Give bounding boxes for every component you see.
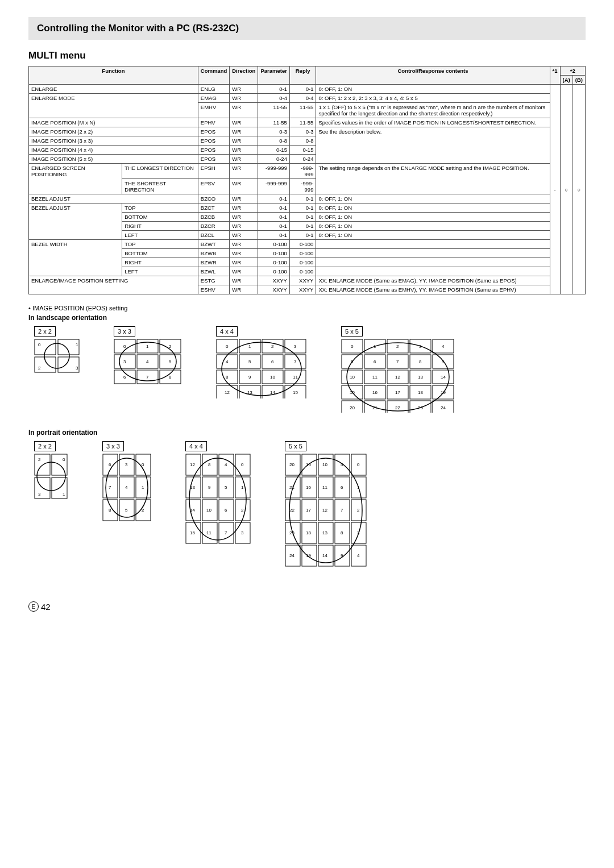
svg-text:19: 19 bbox=[306, 553, 311, 558]
svg-text:2: 2 bbox=[396, 344, 399, 349]
svg-text:0: 0 bbox=[226, 344, 229, 349]
svg-text:11: 11 bbox=[322, 485, 327, 490]
svg-text:10: 10 bbox=[270, 375, 275, 380]
svg-text:14: 14 bbox=[441, 375, 446, 380]
diag-label-4x4-p: 4 x 4 bbox=[185, 441, 207, 451]
svg-text:2: 2 bbox=[38, 366, 41, 371]
svg-text:18: 18 bbox=[418, 390, 423, 395]
svg-text:13: 13 bbox=[190, 485, 195, 490]
svg-text:1: 1 bbox=[374, 344, 376, 349]
svg-text:15: 15 bbox=[293, 390, 298, 395]
svg-text:24: 24 bbox=[441, 405, 446, 410]
svg-text:10: 10 bbox=[322, 462, 327, 467]
svg-text:20: 20 bbox=[350, 405, 355, 410]
svg-text:12: 12 bbox=[322, 508, 327, 513]
svg-text:3: 3 bbox=[241, 530, 244, 535]
svg-text:8: 8 bbox=[341, 530, 343, 535]
table-row: BEZEL ADJUSTTOPBZCTWR0-10-10: OFF, 1: ON bbox=[29, 203, 586, 213]
svg-text:6: 6 bbox=[109, 462, 111, 467]
portrait-heading: In portrait orientation bbox=[28, 429, 586, 437]
svg-text:1: 1 bbox=[76, 342, 78, 347]
diagram-4x4-portrait: 12840 13951 141062 151173 bbox=[185, 454, 251, 545]
page-lang-icon: E bbox=[28, 601, 39, 612]
th-b: (B) bbox=[572, 76, 585, 85]
th-a: (A) bbox=[560, 76, 572, 85]
svg-text:6: 6 bbox=[271, 359, 274, 364]
svg-text:7: 7 bbox=[109, 485, 111, 490]
svg-text:1: 1 bbox=[142, 485, 144, 490]
svg-text:8: 8 bbox=[169, 375, 172, 380]
diagram-2x2-portrait: 20 31 bbox=[34, 454, 68, 499]
diagram-3x3-landscape: 012 345 678 bbox=[114, 339, 182, 384]
svg-text:14: 14 bbox=[270, 390, 275, 395]
th-command: Command bbox=[198, 67, 229, 85]
landscape-diagrams: 2 x 2 01 23 3 x 3 012 345 678 bbox=[34, 326, 586, 413]
svg-text:8: 8 bbox=[419, 359, 422, 364]
svg-text:16: 16 bbox=[306, 485, 311, 490]
th-function: Function bbox=[29, 67, 198, 85]
svg-text:3: 3 bbox=[357, 530, 360, 535]
diag-label-2x2: 2 x 2 bbox=[34, 326, 56, 337]
diagram-4x4-landscape: 0123 4567 891011 12131415 bbox=[216, 339, 307, 398]
svg-text:15: 15 bbox=[306, 462, 311, 467]
diagram-5x5-landscape: 01234 56789 1011121314 1516171819 202122… bbox=[341, 339, 455, 413]
svg-text:11: 11 bbox=[293, 375, 298, 380]
svg-text:3: 3 bbox=[38, 492, 41, 497]
svg-text:7: 7 bbox=[225, 530, 227, 535]
svg-text:1: 1 bbox=[248, 344, 251, 349]
svg-text:5: 5 bbox=[125, 508, 128, 513]
landscape-heading: In landscape orientation bbox=[28, 314, 586, 322]
svg-text:6: 6 bbox=[374, 359, 376, 364]
svg-text:5: 5 bbox=[248, 359, 251, 364]
diag-label-4x4: 4 x 4 bbox=[216, 326, 238, 337]
svg-text:1: 1 bbox=[63, 492, 65, 497]
svg-text:11: 11 bbox=[372, 375, 377, 380]
svg-text:0: 0 bbox=[142, 462, 144, 467]
page-number-value: 42 bbox=[41, 602, 51, 612]
portrait-diagrams: 2 x 2 20 31 3 x 3 630 bbox=[34, 441, 586, 567]
svg-text:5: 5 bbox=[351, 359, 354, 364]
diag-label-3x3: 3 x 3 bbox=[114, 326, 135, 337]
svg-text:1: 1 bbox=[357, 485, 360, 490]
svg-text:21: 21 bbox=[289, 485, 294, 490]
svg-text:17: 17 bbox=[395, 390, 400, 395]
svg-text:1: 1 bbox=[146, 344, 149, 349]
svg-text:13: 13 bbox=[418, 375, 423, 380]
th-reply: Reply bbox=[289, 67, 316, 85]
svg-text:0: 0 bbox=[38, 342, 41, 347]
svg-text:0: 0 bbox=[357, 462, 360, 467]
svg-text:2: 2 bbox=[169, 344, 172, 349]
svg-text:14: 14 bbox=[190, 508, 195, 513]
svg-text:9: 9 bbox=[208, 485, 211, 490]
svg-text:7: 7 bbox=[146, 375, 149, 380]
section-title: MULTI menu bbox=[28, 50, 586, 61]
svg-text:3: 3 bbox=[294, 344, 297, 349]
table-row: ENLARGE MODEEMAGWR0-40-40: OFF, 1: 2 x 2… bbox=[29, 94, 586, 103]
svg-text:0: 0 bbox=[241, 462, 244, 467]
svg-text:21: 21 bbox=[372, 405, 377, 410]
svg-text:3: 3 bbox=[123, 359, 126, 364]
th-star2: *2 bbox=[560, 67, 585, 76]
diag-label-5x5: 5 x 5 bbox=[341, 326, 363, 337]
svg-text:22: 22 bbox=[289, 508, 294, 513]
svg-text:4: 4 bbox=[125, 485, 128, 490]
svg-text:12: 12 bbox=[225, 390, 230, 395]
svg-text:4: 4 bbox=[225, 462, 227, 467]
svg-text:9: 9 bbox=[248, 375, 251, 380]
svg-point-116 bbox=[37, 462, 65, 491]
svg-text:7: 7 bbox=[341, 508, 343, 513]
svg-text:7: 7 bbox=[294, 359, 297, 364]
table-row: IMAGE POSITION (2 x 2)EPOSWR0-30-3See th… bbox=[29, 127, 586, 136]
svg-text:6: 6 bbox=[225, 508, 227, 513]
svg-text:10: 10 bbox=[350, 375, 355, 380]
diag-label-5x5-p: 5 x 5 bbox=[285, 441, 306, 451]
svg-text:2: 2 bbox=[357, 508, 360, 513]
table-row: ENLARGEENLGWR0-10-10: OFF, 1: ON - ○ ○ bbox=[29, 85, 586, 94]
svg-text:9: 9 bbox=[442, 359, 445, 364]
svg-text:1: 1 bbox=[241, 485, 244, 490]
svg-point-156 bbox=[189, 458, 246, 540]
svg-text:15: 15 bbox=[190, 530, 195, 535]
svg-text:13: 13 bbox=[322, 530, 327, 535]
epos-heading: • IMAGE POSITION (EPOS) setting bbox=[28, 305, 586, 312]
table-row: IMAGE POSITION (M x N)EPHVWR11-5511-55Sp… bbox=[29, 118, 586, 127]
